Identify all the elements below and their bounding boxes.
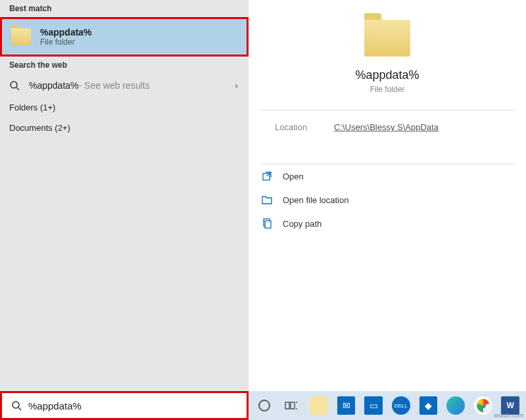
- preview-header: %appdata% File folder: [249, 0, 526, 94]
- svg-rect-8: [291, 402, 295, 409]
- best-match-title: %appdata%: [40, 27, 92, 37]
- best-match-result[interactable]: %appdata% File folder: [0, 17, 249, 57]
- security-icon[interactable]: ◆: [419, 396, 438, 415]
- search-results-panel: Best match %appdata% File folder Search …: [0, 0, 249, 391]
- web-result-title: %appdata%: [29, 80, 79, 91]
- watermark: wsxdn.com: [494, 412, 523, 419]
- search-box[interactable]: %appdata%: [0, 391, 249, 420]
- copy-path-action[interactable]: Copy path: [249, 212, 526, 235]
- copy-path-label: Copy path: [283, 219, 322, 229]
- copy-icon: [260, 217, 274, 230]
- open-location-action[interactable]: Open file location: [249, 188, 526, 212]
- svg-rect-7: [285, 402, 289, 409]
- best-match-label: Best match: [0, 0, 249, 17]
- task-view-icon[interactable]: [283, 396, 301, 415]
- open-icon: [260, 170, 274, 183]
- web-result[interactable]: %appdata% - See web results ›: [0, 74, 249, 97]
- location-label: Location: [275, 122, 334, 132]
- search-icon: [11, 400, 22, 411]
- svg-point-5: [12, 402, 19, 408]
- best-match-subtitle: File folder: [40, 37, 92, 47]
- cortana-icon[interactable]: [255, 396, 274, 415]
- open-action[interactable]: Open: [249, 164, 526, 188]
- documents-category[interactable]: Documents (2+): [0, 118, 249, 138]
- folder-open-icon: [260, 193, 274, 206]
- svg-line-6: [18, 408, 21, 410]
- folder-icon: [11, 28, 31, 45]
- taskbar: ✉ ▭ DELL ◆ W: [249, 391, 526, 420]
- preview-subtitle: File folder: [370, 85, 405, 94]
- open-location-label: Open file location: [283, 195, 348, 205]
- location-row: Location C:\Users\Blessy S\AppData: [249, 110, 526, 148]
- store-icon[interactable]: ▭: [364, 396, 383, 415]
- location-value[interactable]: C:\Users\Blessy S\AppData: [334, 122, 439, 132]
- web-result-sub: - See web results: [79, 80, 150, 91]
- svg-point-0: [11, 82, 17, 88]
- dell-icon[interactable]: DELL: [392, 396, 410, 415]
- edge-icon[interactable]: [446, 396, 465, 415]
- chevron-right-icon: ›: [235, 80, 238, 91]
- best-match-text: %appdata% File folder: [40, 27, 92, 47]
- search-icon: [9, 80, 20, 91]
- search-input-value: %appdata%: [28, 400, 82, 411]
- large-folder-icon: [364, 20, 410, 57]
- folders-category[interactable]: Folders (1+): [0, 97, 249, 118]
- chrome-icon[interactable]: [474, 396, 492, 415]
- svg-rect-4: [265, 221, 271, 228]
- file-explorer-icon[interactable]: [310, 396, 328, 415]
- preview-title: %appdata%: [355, 68, 419, 82]
- search-web-label: Search the web: [0, 57, 249, 74]
- open-label: Open: [283, 172, 304, 181]
- preview-panel: %appdata% File folder Location C:\Users\…: [249, 0, 526, 391]
- svg-line-1: [16, 87, 19, 90]
- mail-icon[interactable]: ✉: [337, 396, 356, 415]
